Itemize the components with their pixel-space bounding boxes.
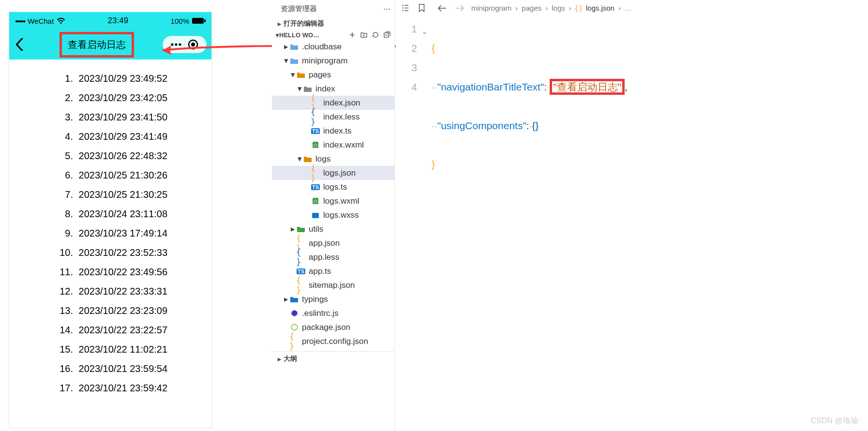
watermark: CSDN @珞瑜· bbox=[811, 416, 860, 426]
tree-item-logs-json[interactable]: { }logs.json bbox=[272, 166, 394, 180]
open-editors-section[interactable]: ▸ 打开的编辑器 bbox=[272, 17, 394, 30]
explorer-project-header[interactable]: ▾ HELLO WO… bbox=[272, 30, 394, 40]
nav-forward-icon[interactable] bbox=[455, 5, 465, 12]
log-item: 14. 2023/10/22 23:22:57 bbox=[58, 321, 211, 340]
breadcrumb[interactable]: miniprogram› pages› logs› { } logs.json›… bbox=[471, 4, 632, 12]
fold-chevron-icon[interactable]: ⌄ bbox=[422, 22, 427, 42]
wifi-icon bbox=[57, 17, 65, 24]
breadcrumb-ellipsis[interactable]: … bbox=[625, 4, 632, 12]
chevron-right-icon: ▸ bbox=[276, 355, 283, 363]
breadcrumb-item[interactable]: miniprogram bbox=[471, 4, 511, 12]
outline-icon[interactable] bbox=[400, 4, 410, 12]
json-file-icon: { } bbox=[575, 4, 582, 12]
log-item: 11. 2023/10/22 23:49:56 bbox=[58, 263, 211, 282]
signal-dots-icon: ●●●●● bbox=[15, 18, 25, 24]
log-item: 13. 2023/10/22 23:23:09 bbox=[58, 301, 211, 321]
tree-item-cloudbase[interactable]: ▸.cloudbase bbox=[272, 40, 394, 54]
outline-label: 大纲 bbox=[284, 355, 297, 363]
nav-back-icon[interactable] bbox=[436, 5, 447, 12]
tree-item-project-config[interactable]: { }project.config.json bbox=[272, 334, 394, 348]
svg-point-4 bbox=[179, 43, 181, 45]
log-item: 15. 2023/10/22 11:02:21 bbox=[58, 340, 211, 359]
breadcrumb-item[interactable]: logs.json bbox=[586, 4, 614, 12]
statusbar: ●●●●● WeChat 23:49 100% bbox=[9, 12, 211, 30]
tree-item-miniprogram[interactable]: ▾miniprogram bbox=[272, 54, 394, 68]
bookmark-icon[interactable] bbox=[416, 4, 427, 12]
breadcrumb-item[interactable]: pages bbox=[522, 4, 541, 12]
code-editor[interactable]: ⌄ 1234 { ··"navigationBarTitleText":·"查看… bbox=[396, 16, 868, 213]
capsule-more-icon[interactable] bbox=[168, 43, 184, 46]
explorer-panel: 资源管理器 ··· ▸ 打开的编辑器 ▾ HELLO WO… ▸.cloudba… bbox=[272, 0, 395, 431]
editor-header: miniprogram› pages› logs› { } logs.json›… bbox=[396, 0, 868, 16]
tree-item-app-less[interactable]: { }app.less bbox=[272, 250, 394, 264]
carrier-label: WeChat bbox=[28, 17, 54, 25]
tree-item-utils[interactable]: ▸utils bbox=[272, 222, 394, 236]
breadcrumb-item[interactable]: logs bbox=[552, 4, 565, 12]
simulator-window: ●●●●● WeChat 23:49 100% 查看启动日志 bbox=[9, 12, 212, 428]
navigation-bar: 查看启动日志 bbox=[9, 30, 211, 59]
log-item: 5. 2023/10/26 22:48:32 bbox=[58, 147, 211, 166]
explorer-title-row: 资源管理器 ··· bbox=[272, 0, 394, 17]
log-item: 6. 2023/10/25 21:30:26 bbox=[58, 166, 211, 185]
nav-title-highlight-box: 查看启动日志 bbox=[60, 32, 134, 58]
back-button[interactable] bbox=[9, 38, 30, 51]
code-value-highlight: "查看启动日志" bbox=[550, 79, 625, 95]
svg-point-2 bbox=[171, 43, 173, 45]
tree-item-app-json[interactable]: { }app.json bbox=[272, 236, 394, 250]
outline-section[interactable]: ▸ 大纲 bbox=[272, 351, 394, 365]
log-item: 2. 2023/10/29 23:42:05 bbox=[58, 89, 211, 108]
log-item: 16. 2023/10/21 23:59:54 bbox=[58, 359, 211, 379]
tree-item-typings[interactable]: ▸typings bbox=[272, 292, 394, 306]
editor-pane: miniprogram› pages› logs› { } logs.json›… bbox=[396, 0, 868, 431]
new-file-icon[interactable] bbox=[347, 31, 358, 39]
open-editors-label: 打开的编辑器 bbox=[284, 19, 324, 28]
chevron-right-icon: ▸ bbox=[276, 20, 283, 28]
tree-item-app-ts[interactable]: TSapp.ts bbox=[272, 264, 394, 278]
svg-rect-0 bbox=[192, 18, 204, 24]
tree-item-index-less[interactable]: { }index.less bbox=[272, 110, 394, 124]
project-name: HELLO WO… bbox=[279, 31, 319, 39]
tree-item-index-ts[interactable]: TSindex.ts bbox=[272, 124, 394, 138]
log-item: 12. 2023/10/22 23:33:31 bbox=[58, 282, 211, 301]
capsule-menu[interactable] bbox=[163, 36, 207, 53]
log-item: 3. 2023/10/29 23:41:50 bbox=[58, 108, 211, 127]
tree-item-logs-wxml[interactable]: ◇logs.wxml bbox=[272, 194, 394, 208]
tree-item-logs-folder[interactable]: ▾logs bbox=[272, 152, 394, 166]
svg-rect-1 bbox=[204, 19, 206, 22]
tree-item-index-json[interactable]: { }index.json bbox=[272, 96, 394, 110]
tree-item-logs-ts[interactable]: TSlogs.ts bbox=[272, 180, 394, 194]
svg-rect-8 bbox=[312, 213, 319, 218]
battery-icon bbox=[192, 17, 206, 24]
log-item: 17. 2023/10/21 23:59:42 bbox=[58, 379, 211, 398]
refresh-icon[interactable] bbox=[370, 31, 381, 39]
code-content[interactable]: { ··"navigationBarTitleText":·"查看启动日志", … bbox=[432, 19, 868, 213]
log-item: 8. 2023/10/24 23:11:08 bbox=[58, 205, 211, 224]
nav-title: 查看启动日志 bbox=[68, 39, 126, 50]
new-folder-icon[interactable] bbox=[359, 31, 369, 39]
log-item: 7. 2023/10/25 21:30:25 bbox=[58, 185, 211, 205]
tree-item-eslintrc[interactable]: .eslintrc.js bbox=[272, 306, 394, 320]
log-item: 1. 2023/10/29 23:49:52 bbox=[58, 69, 211, 89]
simulator-body[interactable]: 1. 2023/10/29 23:49:522. 2023/10/29 23:4… bbox=[9, 59, 211, 398]
statusbar-time: 23:49 bbox=[108, 16, 129, 26]
capsule-close-icon[interactable] bbox=[185, 39, 201, 50]
chevron-down-icon: ▾ bbox=[276, 31, 279, 39]
tree-item-sitemap-json[interactable]: { }sitemap.json bbox=[272, 278, 394, 292]
explorer-title: 资源管理器 bbox=[281, 4, 317, 14]
battery-pct: 100% bbox=[171, 17, 189, 25]
log-item: 10. 2023/10/22 23:52:33 bbox=[58, 243, 211, 263]
log-item: 9. 2023/10/23 17:49:14 bbox=[58, 224, 211, 243]
tree-item-pages[interactable]: ▾pages bbox=[272, 68, 394, 82]
tree-item-index-folder[interactable]: ▾index bbox=[272, 82, 394, 96]
svg-point-3 bbox=[175, 43, 177, 45]
tree-item-index-wxml[interactable]: ◇index.wxml bbox=[272, 138, 394, 152]
log-item: 4. 2023/10/29 23:41:49 bbox=[58, 127, 211, 147]
tree-item-logs-wxss[interactable]: logs.wxss bbox=[272, 208, 394, 222]
line-numbers: ⌄ 1234 bbox=[396, 19, 432, 213]
collapse-all-icon[interactable] bbox=[382, 31, 392, 39]
svg-point-6 bbox=[191, 43, 195, 46]
explorer-more-icon[interactable]: ··· bbox=[383, 4, 390, 14]
